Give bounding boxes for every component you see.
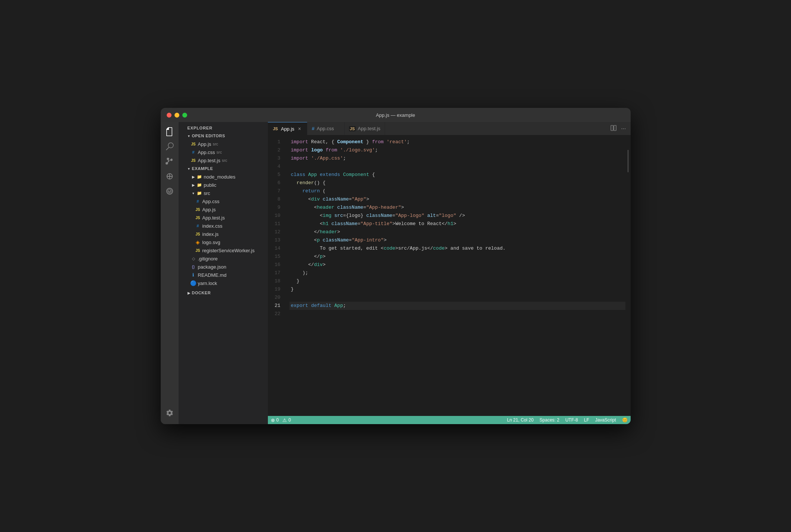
extensions-icon[interactable] — [163, 170, 176, 183]
vscode-window: App.js — example — [161, 108, 631, 424]
example-section[interactable]: ▾ EXAMPLE — [179, 164, 268, 173]
close-button[interactable] — [167, 113, 172, 118]
debug-icon[interactable] — [163, 185, 176, 198]
code-line-8: <div className="App"> — [289, 195, 625, 203]
code-line-6: render() { — [289, 179, 625, 187]
readme-icon: ℹ — [190, 272, 196, 278]
js-icon: JS — [190, 141, 196, 147]
explorer-icon[interactable] — [163, 125, 176, 138]
package-json-label: package.json — [198, 264, 227, 270]
open-editor-app-css-name: App.css — [198, 150, 215, 155]
tab-bar: JS App.js × # App.css JS App.test.js — [268, 122, 631, 135]
logo-svg-file[interactable]: ◈ logo.svg — [179, 238, 268, 246]
src-folder[interactable]: ▾ 📁 src — [179, 189, 268, 197]
docker-section[interactable]: ▶ DOCKER — [179, 289, 268, 297]
line-ending-status[interactable]: LF — [584, 417, 589, 423]
code-line-5: class App extends Component { — [289, 171, 625, 179]
open-editor-app-test-js-name: App.test.js — [198, 158, 221, 163]
code-line-22 — [289, 310, 625, 318]
css-icon: # — [190, 149, 196, 155]
app-js-file[interactable]: JS App.js — [179, 205, 268, 214]
src-arrow: ▾ — [190, 190, 196, 196]
status-bar: ⊗ 0 ⚠ 0 Ln 21, Col 20 Spaces: 2 UTF-8 — [268, 416, 631, 424]
code-line-20 — [289, 294, 625, 302]
explorer-label: EXPLORER — [179, 122, 268, 132]
tab-app-css[interactable]: # App.css — [307, 122, 345, 135]
code-line-3: import './App.css'; — [289, 154, 625, 163]
register-service-worker-label: registerServiceWorker.js — [202, 248, 255, 253]
index-js-label: index.js — [202, 231, 219, 237]
index-css-icon: # — [195, 223, 201, 229]
js-test-icon: JS — [190, 157, 196, 163]
line-numbers: 12345 678910 1112131415 1617181920 2122 — [268, 135, 286, 416]
smiley-icon: 😊 — [622, 417, 628, 423]
minimize-button[interactable] — [174, 113, 179, 118]
tab-app-js[interactable]: JS App.js × — [268, 122, 308, 135]
tab-close-app-js[interactable]: × — [297, 126, 302, 132]
source-control-icon[interactable] — [163, 155, 176, 168]
code-line-10: <img src={logo} className="App-logo" alt… — [289, 212, 625, 220]
node-modules-arrow: ▶ — [190, 174, 196, 180]
split-editor-button[interactable] — [609, 124, 618, 133]
cursor-position[interactable]: Ln 21, Col 20 — [507, 417, 534, 423]
spaces-status[interactable]: Spaces: 2 — [539, 417, 559, 423]
maximize-button[interactable] — [182, 113, 187, 118]
open-editor-app-test-js-path: src — [222, 158, 227, 163]
readme-file[interactable]: ℹ README.md — [179, 271, 268, 279]
app-css-label: App.css — [202, 199, 220, 204]
app-css-file[interactable]: # App.css — [179, 197, 268, 205]
app-test-js-label: App.test.js — [202, 215, 225, 221]
code-line-21: export default App; — [289, 302, 625, 310]
public-arrow: ▶ — [190, 182, 196, 188]
tab-app-test-js-label: App.test.js — [358, 126, 381, 131]
app-test-js-file[interactable]: JS App.test.js — [179, 214, 268, 222]
gitignore-file[interactable]: ◇ .gitignore — [179, 254, 268, 263]
encoding-status[interactable]: UTF-8 — [565, 417, 578, 423]
index-js-file[interactable]: JS index.js — [179, 230, 268, 238]
code-line-15: </p> — [289, 253, 625, 261]
code-line-11: <h1 className="App-title">Welcome to Rea… — [289, 220, 625, 228]
rsw-icon: JS — [195, 247, 201, 253]
code-line-13: <p className="App-intro"> — [289, 236, 625, 244]
register-service-worker-file[interactable]: JS registerServiceWorker.js — [179, 246, 268, 254]
code-line-19: } — [289, 285, 625, 294]
yarn-lock-file[interactable]: 🔵 yarn.lock — [179, 279, 268, 287]
tab-actions: ··· — [609, 122, 630, 135]
titlebar: App.js — example — [161, 108, 631, 122]
svg-rect-4 — [611, 125, 613, 131]
status-right: Ln 21, Col 20 Spaces: 2 UTF-8 LF JavaScr… — [507, 417, 631, 423]
app-js-label: App.js — [202, 207, 216, 212]
open-editors-arrow: ▾ — [186, 133, 192, 139]
encoding-text: UTF-8 — [565, 417, 578, 423]
node-modules-folder[interactable]: ▶ 📁 node_modules — [179, 173, 268, 181]
code-line-14: To get started, edit <code>src/App.js</c… — [289, 244, 625, 253]
code-line-1: import React, { Component } from 'react'… — [289, 138, 625, 146]
package-json-file[interactable]: {} package.json — [179, 263, 268, 271]
search-icon[interactable] — [163, 140, 176, 153]
error-status[interactable]: ⊗ 0 ⚠ 0 — [271, 417, 291, 423]
code-editor[interactable]: import React, { Component } from 'react'… — [286, 135, 625, 416]
svg-rect-5 — [614, 125, 616, 131]
position-text: Ln 21, Col 20 — [507, 417, 534, 423]
scrollbar[interactable] — [625, 135, 631, 416]
open-editor-app-test-js[interactable]: JS App.test.js src — [179, 156, 268, 164]
tab-app-css-label: App.css — [317, 126, 334, 131]
code-line-12: </header> — [289, 228, 625, 236]
tab-app-js-label: App.js — [281, 126, 294, 132]
index-css-label: index.css — [202, 223, 222, 229]
window-controls — [167, 113, 187, 118]
tab-app-test-js[interactable]: JS App.test.js — [345, 122, 385, 135]
open-editor-app-js[interactable]: JS App.js src — [179, 140, 268, 148]
open-editor-app-css[interactable]: # App.css src — [179, 148, 268, 156]
smiley-status[interactable]: 😊 — [622, 417, 628, 423]
more-actions-button[interactable]: ··· — [619, 125, 627, 133]
language-status[interactable]: JavaScript — [595, 417, 616, 423]
code-line-2: import logo from './logo.svg'; — [289, 146, 625, 154]
index-css-file[interactable]: # index.css — [179, 222, 268, 230]
public-folder[interactable]: ▶ 📁 public — [179, 181, 268, 189]
open-editors-section[interactable]: ▾ OPEN EDITORS — [179, 132, 268, 140]
settings-icon[interactable] — [163, 406, 176, 420]
gitignore-label: .gitignore — [198, 256, 218, 262]
open-editor-app-css-path: src — [217, 150, 222, 154]
tab-test-js-icon: JS — [349, 126, 355, 131]
